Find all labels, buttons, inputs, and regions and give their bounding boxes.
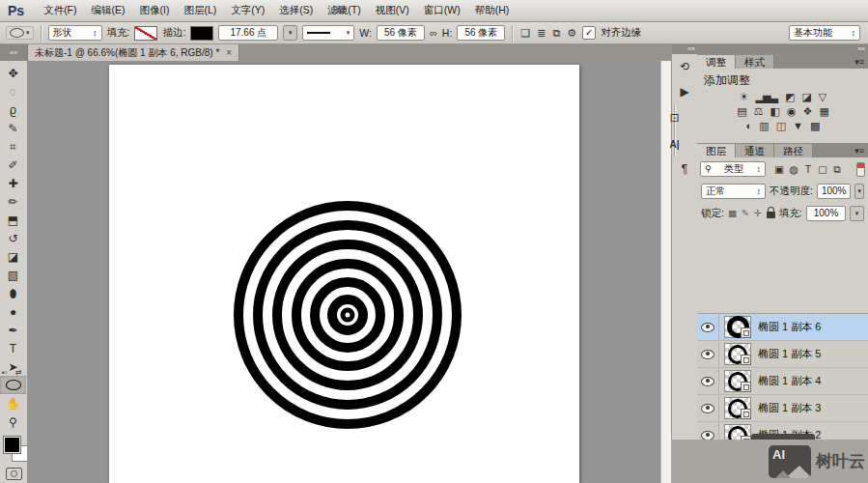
stroke-type-select[interactable]: ▾ (302, 25, 354, 41)
healing-brush-tool[interactable]: ✚ (0, 174, 26, 192)
history-brush-tool[interactable]: ↺ (0, 229, 26, 247)
eye-icon[interactable] (701, 404, 714, 413)
selective-color-icon[interactable]: ▩ (810, 120, 819, 132)
eyedropper-tool[interactable]: ✐ (0, 156, 26, 174)
toolbar-collapse-button[interactable]: «« (0, 44, 28, 61)
paragraph-panel[interactable]: ¶ (672, 156, 697, 182)
marquee-tool[interactable]: ◌ (0, 82, 26, 100)
menu-type[interactable]: 文字(Y) (228, 2, 267, 19)
brush-tool[interactable]: ✏ (0, 192, 26, 211)
hue-saturation-icon[interactable]: ▤ (737, 105, 745, 118)
width-input[interactable]: 56 像素 (377, 25, 425, 41)
photo-filter-icon[interactable]: ◉ (787, 105, 796, 118)
eraser-tool[interactable]: ◪ (0, 247, 26, 266)
menu-view[interactable]: 视图(V) (373, 2, 412, 19)
type-tool[interactable]: T (0, 339, 26, 357)
move-tool[interactable]: ✥ (0, 64, 26, 82)
crop-tool[interactable]: ⌗ (0, 137, 26, 156)
posterize-icon[interactable]: ▥ (759, 120, 768, 132)
eye-icon[interactable] (701, 431, 714, 440)
filter-adjustment-layers[interactable]: ◍ (788, 163, 799, 176)
panel-menu-icon[interactable]: ▾≡ (854, 57, 864, 67)
hand-tool[interactable]: ✋ (0, 394, 26, 412)
workspace-select[interactable]: 基本功能 ↕ (789, 25, 860, 41)
lock-position-icon[interactable]: ✛ (754, 208, 762, 218)
color-balance-icon[interactable]: ⚖ (754, 105, 763, 118)
exposure-icon[interactable]: ◪ (801, 91, 810, 103)
stroke-width-input[interactable]: 17.66 点 (218, 25, 278, 41)
link-dimensions-icon[interactable]: ∞ (430, 27, 437, 39)
fill-opacity-dropdown[interactable]: ▾ (850, 206, 864, 221)
tab-样式[interactable]: 样式 (736, 55, 774, 69)
menu-bar-extra-icon[interactable]: ▤ (336, 4, 345, 14)
curves-icon[interactable]: ◩ (785, 91, 794, 103)
gradient-map-icon[interactable]: ▼ (793, 120, 802, 132)
layer-thumbnail[interactable] (724, 370, 751, 392)
lock-all-icon[interactable] (767, 212, 775, 218)
swap-colors-icon[interactable]: ⇄ (15, 368, 22, 377)
dodge-tool[interactable]: ● (0, 302, 26, 321)
tab-通道[interactable]: 通道 (736, 144, 774, 157)
eye-icon[interactable] (701, 377, 714, 386)
brightness-contrast-icon[interactable]: ☀ (740, 91, 748, 103)
ellipse-tool[interactable] (0, 376, 26, 394)
tool-preset-picker[interactable]: ▾ (6, 26, 34, 40)
layer-row[interactable]: 椭圆 1 副本 3 (697, 395, 868, 422)
height-input[interactable]: 56 像素 (457, 25, 505, 41)
lock-pixels-icon[interactable]: ✎ (742, 208, 749, 218)
zoom-tool[interactable]: ⚲ (0, 412, 26, 431)
layer-filter-kind-select[interactable]: ⚲ 类型 ↕ (700, 161, 766, 177)
clone-stamp-tool[interactable]: ⬒ (0, 211, 26, 229)
fill-swatch[interactable] (134, 26, 157, 41)
threshold-icon[interactable]: ◫ (776, 120, 785, 132)
stroke-width-dropdown[interactable]: ▾ (283, 25, 297, 41)
menu-help[interactable]: 帮助(H) (472, 2, 513, 19)
filter-pixel-layers[interactable]: ▣ (773, 163, 785, 176)
invert-icon[interactable]: ◐ (746, 120, 752, 132)
black-white-icon[interactable]: ◧ (770, 105, 778, 118)
menu-window[interactable]: 窗口(W) (421, 2, 463, 19)
foreground-color-swatch[interactable] (4, 437, 20, 453)
eye-icon[interactable] (701, 350, 714, 359)
filter-shape-layers[interactable]: ▢ (817, 163, 828, 176)
dock-collapse-button[interactable]: «« (672, 44, 697, 54)
gradient-tool[interactable]: ▧ (0, 266, 26, 284)
history-panel[interactable]: ⟲ (672, 54, 697, 79)
tab-图层[interactable]: 图层 (697, 144, 736, 157)
panel-menu-icon[interactable]: ▾≡ (854, 146, 864, 156)
layer-row[interactable]: 椭圆 1 副本 6 (697, 314, 868, 341)
layer-row[interactable]: 椭圆 1 副本 5 (697, 341, 868, 368)
filter-type-layers[interactable]: T (802, 163, 814, 176)
menu-select[interactable]: 选择(S) (276, 2, 316, 19)
lasso-tool[interactable]: ϱ (0, 100, 26, 119)
menu-layer[interactable]: 图层(L) (181, 2, 219, 19)
blend-mode-select[interactable]: 正常 ↕ (701, 184, 766, 199)
align-edges-checkbox[interactable]: ✓ (582, 26, 596, 40)
layer-thumbnail[interactable] (724, 397, 751, 419)
eye-icon[interactable] (701, 323, 714, 332)
tool-mode-select[interactable]: 形状 ↕ (48, 25, 102, 41)
default-colors-icon[interactable]: ▪▫ (2, 368, 8, 377)
gear-icon[interactable]: ⚙ (566, 27, 577, 40)
layer-row[interactable]: 椭圆 1 副本 4 (697, 368, 868, 395)
blur-tool[interactable]: ⬮ (0, 284, 26, 302)
menu-file[interactable]: 文件(F) (41, 2, 79, 19)
actions-panel[interactable]: ▶ (672, 79, 697, 104)
document-tab[interactable]: 未标题-1 @ 66.6%(椭圆 1 副本 6, RGB/8) * × (28, 44, 239, 61)
tab-调整[interactable]: 调整 (697, 55, 736, 69)
lock-transparency-icon[interactable]: ▦ (728, 208, 737, 218)
fill-opacity-input[interactable]: 100% (806, 206, 846, 221)
tab-路径[interactable]: 路径 (774, 144, 813, 157)
canvas[interactable] (109, 65, 579, 483)
path-arrangement-button[interactable]: ⧉ (551, 27, 561, 40)
vibrance-icon[interactable]: ▽ (819, 91, 826, 103)
character-panel[interactable]: A| (674, 130, 675, 156)
opacity-input[interactable]: 100% (817, 184, 852, 199)
channel-mixer-icon[interactable]: ❖ (803, 105, 812, 118)
close-tab-icon[interactable]: × (226, 47, 232, 58)
layer-thumbnail[interactable] (724, 343, 751, 365)
menu-edit[interactable]: 编辑(E) (89, 2, 128, 19)
quick-mask-button[interactable] (6, 468, 22, 480)
quick-selection-tool[interactable]: ✎ (0, 119, 26, 137)
path-operations-button[interactable]: ❏ (519, 27, 531, 40)
